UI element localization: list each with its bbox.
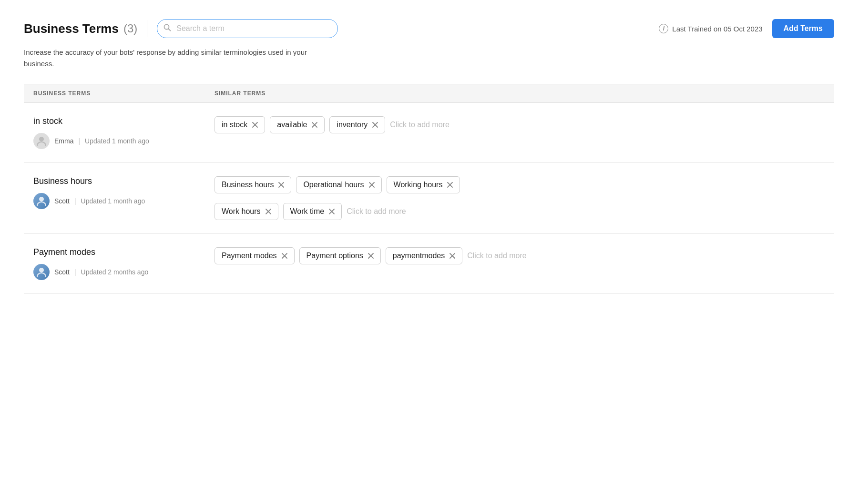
tag-close-button[interactable]: [368, 253, 374, 259]
tag-text: paymentmodes: [393, 252, 445, 260]
tag-text: Work time: [290, 207, 325, 216]
term-meta: Emma|Updated 1 month ago: [33, 133, 214, 149]
tag-close-button[interactable]: [252, 122, 258, 128]
similar-terms-col: in stock available inventory Click to ad…: [214, 116, 825, 133]
similar-term-tag: Work hours: [214, 203, 278, 220]
col-header-similar: SIMILAR TERMS: [214, 90, 825, 97]
search-input[interactable]: [157, 19, 338, 38]
terms-table: in stock Emma|Updated 1 month agoin stoc…: [24, 103, 834, 294]
similar-term-tag: Business hours: [214, 176, 291, 193]
term-name: in stock: [33, 116, 214, 126]
meta-separator: |: [78, 137, 80, 145]
table-header: BUSINESS TERMS SIMILAR TERMS: [24, 84, 834, 103]
svg-point-2: [39, 137, 44, 141]
similar-term-tag: Payment options: [299, 247, 381, 264]
similar-term-tag: available: [270, 116, 325, 133]
similar-term-tag: paymentmodes: [386, 247, 462, 264]
info-icon: i: [659, 24, 668, 33]
tag-close-button[interactable]: [312, 122, 317, 128]
similar-term-tag: Payment modes: [214, 247, 295, 264]
trained-info: i Last Trained on 05 Oct 2023: [659, 24, 762, 33]
trained-label: Last Trained on 05 Oct 2023: [672, 25, 762, 33]
title-text: Business Terms: [24, 21, 119, 36]
tag-close-button[interactable]: [282, 253, 287, 259]
term-info-col: Payment modes Scott|Updated 2 months ago: [33, 247, 214, 280]
page-title: Business Terms (3): [24, 21, 137, 36]
tag-text: Business hours: [222, 181, 274, 189]
similar-term-tag: inventory: [329, 116, 385, 133]
avatar: [33, 193, 50, 209]
click-to-add[interactable]: Click to add more: [347, 207, 406, 216]
similar-term-tag: Operational hours: [296, 176, 381, 193]
tag-text: Work hours: [222, 207, 261, 216]
tag-close-button[interactable]: [278, 182, 284, 188]
meta-separator: |: [74, 268, 76, 276]
tag-text: Payment options: [306, 252, 363, 260]
similar-terms-col: Payment modes Payment options paymentmod…: [214, 247, 825, 264]
term-name: Business hours: [33, 176, 214, 186]
search-icon: [163, 24, 171, 33]
svg-line-1: [169, 29, 171, 31]
term-info-col: in stock Emma|Updated 1 month ago: [33, 116, 214, 149]
tag-text: Payment modes: [222, 252, 277, 260]
term-count: (3): [123, 22, 137, 35]
search-wrapper: [157, 19, 338, 38]
add-terms-button[interactable]: Add Terms: [772, 19, 834, 38]
updated-time: Updated 1 month ago: [85, 137, 149, 145]
updated-time: Updated 1 month ago: [81, 197, 145, 205]
user-name: Scott: [54, 268, 70, 276]
click-to-add[interactable]: Click to add more: [467, 252, 527, 260]
col-header-business: BUSINESS TERMS: [33, 90, 214, 97]
user-name: Scott: [54, 197, 70, 205]
updated-time: Updated 2 months ago: [81, 268, 149, 276]
tag-close-button[interactable]: [449, 253, 455, 259]
subtitle-text: Increase the accuracy of your bots' resp…: [24, 47, 310, 70]
click-to-add[interactable]: Click to add more: [390, 121, 449, 129]
term-name: Payment modes: [33, 247, 214, 257]
tag-close-button[interactable]: [369, 182, 375, 188]
similar-terms-col: Business hours Operational hours Working…: [214, 176, 825, 220]
tag-close-button[interactable]: [266, 209, 271, 214]
avatar: [33, 264, 50, 280]
svg-point-9: [39, 197, 44, 202]
avatar: [33, 133, 50, 149]
table-row: in stock Emma|Updated 1 month agoin stoc…: [24, 103, 834, 163]
term-info-col: Business hours Scott|Updated 1 month ago: [33, 176, 214, 209]
user-name: Emma: [54, 137, 73, 145]
table-row: Business hours Scott|Updated 1 month ago…: [24, 163, 834, 234]
tag-close-button[interactable]: [372, 122, 378, 128]
page-header: Business Terms (3) i Last Trained on 05 …: [24, 19, 834, 38]
similar-term-tag: Work time: [283, 203, 342, 220]
meta-separator: |: [74, 197, 76, 205]
table-row: Payment modes Scott|Updated 2 months ago…: [24, 234, 834, 294]
tag-text: Working hours: [394, 181, 443, 189]
svg-point-20: [39, 268, 44, 272]
tag-text: inventory: [337, 121, 368, 129]
similar-term-tag: Working hours: [387, 176, 460, 193]
tag-close-button[interactable]: [447, 182, 453, 188]
tag-close-button[interactable]: [329, 209, 335, 214]
header-divider: [147, 20, 147, 37]
tag-text: available: [277, 121, 307, 129]
term-meta: Scott|Updated 2 months ago: [33, 264, 214, 280]
tag-text: in stock: [222, 121, 247, 129]
similar-term-tag: in stock: [214, 116, 265, 133]
tag-text: Operational hours: [303, 181, 364, 189]
term-meta: Scott|Updated 1 month ago: [33, 193, 214, 209]
